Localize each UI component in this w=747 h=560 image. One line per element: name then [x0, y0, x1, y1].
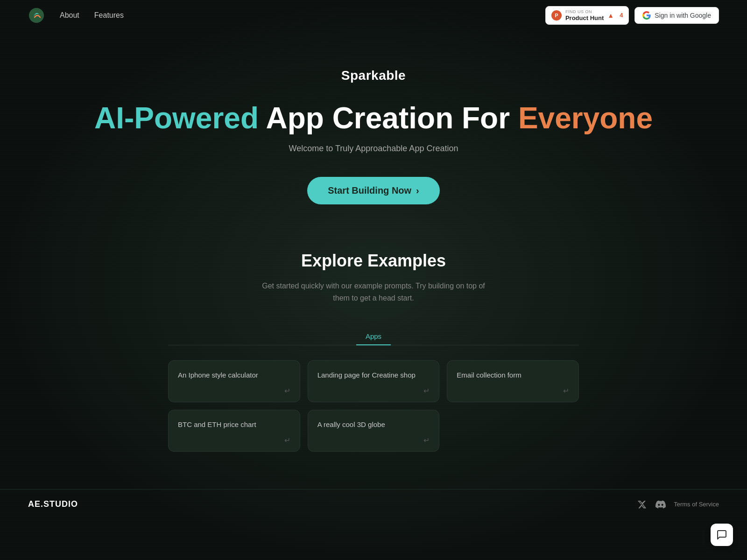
logo-icon	[28, 7, 45, 24]
footer-right: Terms of Service	[636, 499, 719, 510]
enter-icon: ↵	[423, 436, 430, 445]
card-text: A really cool 3D globe	[317, 420, 430, 432]
nav-right: P FIND US ON Product Hunt ▲ 4 Sign in wi…	[545, 6, 719, 25]
enter-icon: ↵	[423, 386, 430, 395]
discord-icon[interactable]	[655, 499, 666, 510]
examples-title: Explore Examples	[168, 251, 579, 271]
card-text: Email collection form	[457, 370, 569, 383]
product-hunt-badge[interactable]: P FIND US ON Product Hunt ▲ 4	[545, 6, 629, 25]
logo[interactable]	[28, 7, 45, 24]
ph-find-us-label: FIND US ON	[565, 9, 604, 14]
hero-brand: Sparkable	[0, 68, 747, 83]
navbar: About Features P FIND US ON Product Hunt…	[0, 0, 747, 31]
google-icon	[642, 11, 651, 20]
empty-card	[447, 410, 579, 452]
hero-subtitle: Welcome to Truly Approachable App Creati…	[0, 144, 747, 154]
card-text: An Iphone style calculator	[178, 370, 290, 383]
ph-arrow: ▲	[607, 12, 614, 19]
example-card-iphone-calculator[interactable]: An Iphone style calculator ↵	[168, 360, 300, 402]
chat-bubble-button[interactable]	[711, 524, 733, 546]
terms-of-service-link[interactable]: Terms of Service	[674, 501, 719, 508]
tabs-container: Apps	[168, 328, 579, 345]
example-card-email-collection[interactable]: Email collection form ↵	[447, 360, 579, 402]
nav-about[interactable]: About	[60, 11, 79, 20]
card-text: Landing page for Creatine shop	[317, 370, 430, 383]
cta-start-building[interactable]: Start Building Now ›	[307, 177, 440, 204]
twitter-x-icon[interactable]	[636, 499, 648, 510]
tab-apps[interactable]: Apps	[356, 328, 391, 345]
footer-brand: AE.STUDIO	[28, 499, 78, 509]
card-text: BTC and ETH price chart	[178, 420, 290, 432]
chat-icon	[716, 529, 727, 540]
tabs-bar: Apps	[168, 328, 579, 345]
example-card-btc-eth[interactable]: BTC and ETH price chart ↵	[168, 410, 300, 452]
nav-features[interactable]: Features	[94, 11, 124, 20]
example-cards-grid: An Iphone style calculator ↵ Landing pag…	[168, 360, 579, 452]
hero-headline: AI-Powered App Creation For Everyone	[0, 102, 747, 134]
enter-icon: ↵	[563, 386, 569, 395]
nav-links: About Features	[60, 11, 530, 20]
google-signin-label: Sign in with Google	[655, 12, 711, 19]
headline-green: AI-Powered	[94, 101, 259, 135]
hero-section: Sparkable AI-Powered App Creation For Ev…	[0, 31, 747, 232]
headline-white: App Creation For	[266, 101, 518, 135]
footer: AE.STUDIO Terms of Service	[0, 489, 747, 519]
headline-orange: Everyone	[518, 101, 653, 135]
examples-section: Explore Examples Get started quickly wit…	[140, 232, 607, 489]
enter-icon: ↵	[284, 386, 290, 395]
product-hunt-logo: P	[551, 10, 562, 21]
cta-label: Start Building Now	[328, 185, 411, 196]
ph-count: 4	[620, 12, 623, 19]
ph-name: Product Hunt	[565, 14, 604, 22]
example-card-landing-creatine[interactable]: Landing page for Creatine shop ↵	[308, 360, 440, 402]
enter-icon: ↵	[284, 436, 290, 445]
examples-subtitle: Get started quickly with our example pro…	[168, 280, 579, 304]
example-card-3d-globe[interactable]: A really cool 3D globe ↵	[308, 410, 440, 452]
cta-arrow-icon: ›	[416, 185, 419, 196]
google-signin-button[interactable]: Sign in with Google	[634, 7, 719, 24]
